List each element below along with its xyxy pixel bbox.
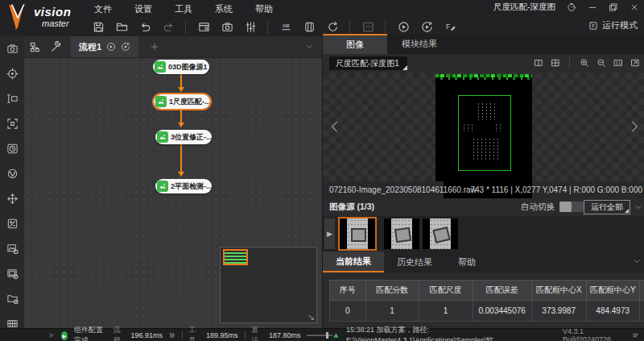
node-position-fix[interactable]: 3位置修正-... [155, 130, 212, 144]
col-match-scale: 匹配尺度 [419, 281, 473, 301]
result-data-row[interactable]: 0 1 1 0.003445076 373.9987 484.4973 657.… [330, 301, 644, 322]
minimize-button[interactable] [588, 2, 597, 12]
display-source-select[interactable]: 尺度匹配-深度图1 [329, 56, 407, 70]
position-fix-node-icon [157, 131, 168, 143]
node-label: 03D图像源1 [168, 62, 208, 73]
tab-image[interactable]: 图像 [323, 34, 387, 54]
format-edit-button[interactable] [442, 19, 458, 35]
teach-window-button[interactable] [196, 19, 212, 35]
run-all-button[interactable]: 运行全部 [584, 200, 630, 214]
tab-module-result[interactable]: 模块结果 [387, 34, 452, 54]
flow-time-label: 流程 [114, 325, 125, 341]
run-mode-icon [588, 21, 598, 31]
thumbnail-3[interactable] [423, 218, 458, 249]
close-button[interactable] [630, 2, 639, 12]
source-row-chevron-down-icon[interactable] [634, 202, 643, 212]
acquisition-camera-icon[interactable] [0, 36, 24, 61]
global-variable-button[interactable] [278, 19, 294, 35]
logic-move-icon[interactable] [0, 186, 24, 211]
flow-run-loop-icon[interactable] [121, 42, 130, 52]
run-once-button[interactable] [395, 19, 411, 35]
folder-config-icon[interactable] [0, 286, 24, 311]
menu-settings[interactable]: 设置 [133, 2, 154, 16]
flow-header-chevron-down-icon[interactable] [304, 42, 314, 52]
run-continuous-button[interactable] [419, 19, 435, 35]
zoom-out-icon[interactable] [597, 58, 606, 68]
redo-button[interactable] [160, 19, 176, 35]
slider-handle[interactable] [326, 332, 328, 339]
save-solution-button[interactable] [90, 19, 106, 35]
parameter-panel-button[interactable] [242, 19, 258, 35]
thumbnail-1[interactable] [340, 218, 375, 249]
flow-settings-wrench-icon[interactable] [45, 36, 66, 57]
node-label: 1尺度匹配-... [169, 97, 210, 107]
status-state: 组件配置完成 [74, 325, 107, 341]
add-flow-button[interactable] [150, 42, 159, 52]
result-tab-chevron-down-icon[interactable] [632, 256, 642, 266]
flow-minimap[interactable]: ↘ [220, 247, 317, 323]
result-header-row: 序号 匹配分数 匹配尺度 匹配误差 匹配框中心X 匹配框中心Y 匹配框宽度 [330, 281, 644, 301]
camera-manager-button[interactable] [219, 19, 235, 35]
image-source-row: 图像源 (1/3) 自动切换 运行全部 [323, 198, 644, 215]
node-scale-match[interactable]: 1尺度匹配-... [154, 94, 210, 109]
flow-canvas[interactable]: 03D图像源1 1尺度匹配-... 3位置修正-... 2平面检测-... ↘ [24, 58, 322, 328]
expand-sidebar-icon[interactable] [48, 331, 55, 339]
script-button[interactable] [360, 19, 376, 35]
image-viewer[interactable] [323, 73, 644, 181]
one-to-one-icon[interactable] [613, 58, 623, 68]
communication-button[interactable] [324, 19, 341, 35]
split-view-icon[interactable] [534, 58, 543, 68]
restore-button[interactable] [609, 2, 618, 12]
toggle-knob [559, 202, 572, 212]
auto-switch-toggle[interactable] [559, 202, 584, 212]
next-image-chevron-icon[interactable] [627, 119, 642, 134]
zoom-in-icon[interactable] [580, 58, 589, 68]
measure-tool-icon[interactable] [0, 86, 24, 111]
location-target-icon[interactable] [0, 61, 24, 86]
image-filename: 072160-Image_20230508104611660.raw [329, 185, 477, 194]
fit-view-icon[interactable] [630, 58, 640, 68]
thumbnail-2[interactable] [384, 218, 419, 249]
cell-match-error: 0.003445076 [473, 301, 531, 322]
flow-header: 流程1 [24, 36, 322, 58]
col-center-x: 匹配框中心X [531, 281, 586, 301]
prev-image-chevron-icon[interactable] [328, 119, 342, 134]
menu-system[interactable]: 系统 [213, 2, 234, 16]
node-3d-image-source[interactable]: 03D图像源1 [153, 60, 209, 74]
log-list-icon[interactable] [632, 331, 639, 339]
tab-history-result[interactable]: 历史结果 [384, 252, 445, 272]
window-config-icon[interactable] [0, 261, 24, 286]
flow-run-once-icon[interactable] [106, 42, 116, 52]
logo-text-vision: vision [34, 5, 71, 19]
calculator-icon[interactable] [0, 211, 24, 236]
menu-tools[interactable]: 工具 [173, 2, 194, 16]
minimap-resize-handle[interactable]: ↘ [308, 312, 315, 322]
runtime-gauge-icon[interactable] [567, 2, 576, 12]
status-bar: ▶ 组件配置完成 流程 196.91ms 工具 189.95ms 算法 187.… [0, 328, 644, 341]
run-mode-control[interactable]: 运行模式 [588, 19, 638, 31]
open-solution-button[interactable] [114, 19, 130, 35]
quad-view-icon[interactable] [551, 58, 560, 68]
recognition-brackets-icon[interactable] [0, 111, 24, 136]
minimap-viewport[interactable] [223, 249, 248, 265]
deep-learning-sphere-icon[interactable] [0, 161, 24, 186]
undo-button[interactable] [137, 19, 153, 35]
thumbnail-prev-button[interactable]: ▶ [324, 218, 335, 249]
calibration-clock-icon[interactable] [0, 136, 24, 161]
menu-help[interactable]: 帮助 [254, 2, 275, 16]
flow-hierarchy-icon[interactable] [24, 36, 45, 57]
tab-current-result[interactable]: 当前结果 [323, 252, 384, 272]
io-card-button[interactable] [301, 19, 317, 35]
node-plane-detect[interactable]: 2平面检测-... [155, 179, 212, 193]
flow-connector [180, 144, 182, 176]
image-processing-icon[interactable] [0, 236, 24, 261]
image-stats: 743 * 1116 | X,0277 Y,0474 | R:000 G:000… [470, 185, 642, 194]
menu-file[interactable]: 文件 [93, 2, 114, 16]
tab-help[interactable]: 帮助 [445, 252, 489, 272]
tool-sidebar [0, 36, 25, 328]
flow-tab[interactable]: 流程1 [71, 36, 138, 57]
menu-bar: 文件 设置 工具 系统 帮助 [93, 2, 275, 16]
version-label: V4.3.1 Build20240726 [563, 327, 625, 341]
speed-slider[interactable] [307, 335, 332, 336]
status-log-triangle-icon [332, 331, 340, 339]
